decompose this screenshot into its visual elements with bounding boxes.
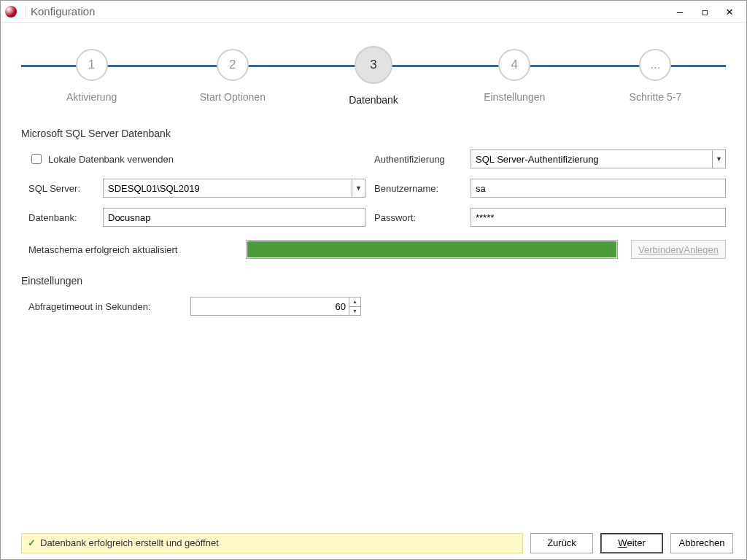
progress-bar bbox=[246, 240, 618, 259]
timeout-label: Abfragetimeout in Sekunden: bbox=[28, 301, 182, 312]
dialog-footer: ✓ Datenbank erfolgreich erstellt und geö… bbox=[1, 527, 746, 559]
content-area: 1 Aktivierung 2 Start Optionen 3 Datenba… bbox=[1, 23, 746, 527]
local-db-checkbox[interactable] bbox=[31, 154, 42, 164]
password-label: Passwort: bbox=[374, 212, 462, 223]
step-more[interactable]: ... Schritte 5-7 bbox=[585, 49, 726, 114]
auth-label: Authentifizierung bbox=[374, 154, 462, 165]
step-circle: 2 bbox=[217, 49, 249, 81]
config-window: Konfiguration — ◻ ✕ 1 Aktivierung 2 Star… bbox=[0, 0, 747, 560]
metaschema-status: Metaschema erfolgreich aktualisiert bbox=[28, 244, 233, 255]
local-db-label: Lokale Datenbank verwenden bbox=[48, 154, 174, 165]
step-label: Aktivierung bbox=[66, 91, 117, 103]
database-input[interactable] bbox=[108, 212, 360, 223]
timeout-spinner[interactable]: ▲ ▼ bbox=[190, 297, 361, 316]
wizard-stepper: 1 Aktivierung 2 Start Optionen 3 Datenba… bbox=[21, 49, 726, 114]
sql-server-label: SQL Server: bbox=[28, 183, 94, 194]
step-label: Schritte 5-7 bbox=[630, 91, 682, 103]
username-field[interactable] bbox=[471, 179, 726, 198]
maximize-button[interactable]: ◻ bbox=[692, 4, 717, 20]
sql-server-input[interactable] bbox=[108, 183, 360, 194]
step-circle: 3 bbox=[355, 46, 392, 84]
password-input[interactable] bbox=[476, 212, 721, 223]
step-circle: 4 bbox=[498, 49, 530, 81]
status-bar: ✓ Datenbank erfolgreich erstellt und geö… bbox=[21, 533, 523, 553]
local-db-row[interactable]: Lokale Datenbank verwenden bbox=[28, 152, 365, 166]
timeout-input[interactable] bbox=[196, 300, 347, 313]
cancel-button[interactable]: Abbrechen bbox=[670, 533, 733, 553]
step-start-options[interactable]: 2 Start Optionen bbox=[162, 49, 303, 114]
step-database[interactable]: 3 Datenbank bbox=[303, 49, 444, 114]
next-rest: eiter bbox=[627, 537, 645, 548]
back-button[interactable]: Zurück bbox=[530, 533, 593, 553]
step-label: Start Optionen bbox=[200, 91, 266, 103]
chevron-down-icon[interactable]: ▼ bbox=[352, 179, 365, 197]
title-separator bbox=[26, 6, 26, 18]
check-icon: ✓ bbox=[28, 537, 36, 548]
chevron-down-icon[interactable]: ▼ bbox=[712, 150, 725, 168]
database-field[interactable] bbox=[103, 208, 365, 227]
spinner-down-icon[interactable]: ▼ bbox=[349, 307, 360, 316]
auth-select[interactable]: ▼ bbox=[471, 149, 726, 168]
app-icon bbox=[5, 6, 17, 18]
timeout-row: Abfragetimeout in Sekunden: ▲ ▼ bbox=[28, 297, 726, 316]
settings-section-title: Einstellungen bbox=[21, 275, 726, 287]
next-accel: W bbox=[618, 537, 627, 548]
titlebar: Konfiguration — ◻ ✕ bbox=[1, 1, 746, 23]
spinner-buttons[interactable]: ▲ ▼ bbox=[349, 298, 360, 315]
step-activation[interactable]: 1 Aktivierung bbox=[21, 49, 162, 114]
db-section-title: Microsoft SQL Server Datenbank bbox=[21, 128, 726, 139]
password-field[interactable] bbox=[471, 208, 726, 227]
db-status-row: Metaschema erfolgreich aktualisiert Verb… bbox=[21, 240, 726, 259]
step-circle: 1 bbox=[76, 49, 108, 81]
next-button[interactable]: Weiter bbox=[600, 533, 663, 553]
auth-value[interactable] bbox=[476, 154, 721, 165]
step-label: Einstellungen bbox=[484, 91, 545, 103]
connect-create-button[interactable]: Verbinden/Anlegen bbox=[631, 240, 726, 259]
step-settings[interactable]: 4 Einstellungen bbox=[444, 49, 585, 114]
username-label: Benutzername: bbox=[374, 183, 462, 194]
database-label: Datenbank: bbox=[28, 212, 94, 223]
close-button[interactable]: ✕ bbox=[717, 4, 742, 20]
status-message: Datenbank erfolgreich erstellt und geöff… bbox=[40, 537, 219, 548]
window-title: Konfiguration bbox=[31, 5, 95, 18]
spinner-up-icon[interactable]: ▲ bbox=[349, 298, 360, 307]
step-circle: ... bbox=[639, 49, 671, 81]
step-label: Datenbank bbox=[349, 94, 398, 106]
db-form: Lokale Datenbank verwenden Authentifizie… bbox=[21, 149, 726, 227]
sql-server-combo[interactable]: ▼ bbox=[103, 179, 365, 198]
username-input[interactable] bbox=[476, 183, 721, 194]
progress-fill bbox=[247, 241, 616, 257]
minimize-button[interactable]: — bbox=[667, 4, 692, 20]
